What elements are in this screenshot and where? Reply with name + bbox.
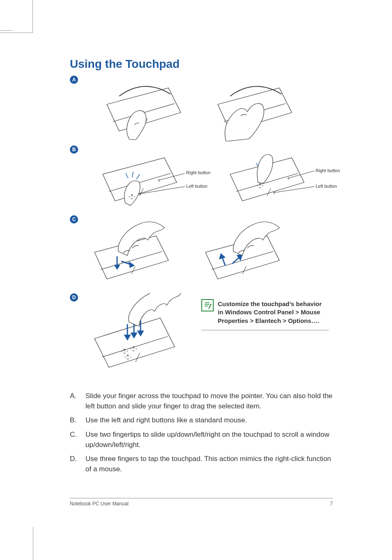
diagram-b-right [218, 145, 341, 207]
badge-a: A [70, 76, 78, 84]
badge-d: D [70, 293, 78, 302]
item-text: Use three fingers to tap the touchpad. T… [85, 454, 333, 474]
item-text: Use the left and right buttons like a st… [85, 415, 333, 426]
item-letter: C. [70, 430, 85, 450]
list-item: B.Use the left and right buttons like a … [70, 415, 333, 426]
item-letter: A. [70, 391, 85, 411]
footer-title: Notebook PC User Manual [70, 501, 129, 507]
item-text: Use two fingertips to slide up/down/left… [85, 430, 333, 450]
label-left-button: Left button [186, 184, 208, 189]
note-text: Customize the touchpad’s behavior in Win… [218, 300, 329, 325]
list-item: D.Use three fingers to tap the touchpad.… [70, 454, 333, 474]
item-text: Slide your finger across the touchpad to… [85, 391, 333, 411]
label-left-button-2: Left button [316, 184, 337, 189]
list-item: A.Slide your finger across the touchpad … [70, 391, 333, 411]
touchpad-diagrams: A [70, 76, 333, 380]
list-item: C.Use two fingertips to slide up/down/le… [70, 430, 333, 450]
item-letter: B. [70, 415, 85, 426]
label-right-button-2: Right button [316, 168, 340, 173]
note-icon [201, 299, 214, 311]
diagram-b-left [90, 145, 214, 207]
note-box: Customize the touchpad’s behavior in Win… [201, 297, 329, 330]
page-title: Using the Touchpad [70, 58, 333, 71]
page-footer: Notebook PC User Manual 7 [70, 498, 333, 507]
page-number: 7 [330, 501, 333, 507]
diagram-d [82, 293, 193, 376]
badge-b: B [70, 145, 78, 154]
diagram-a-right [201, 76, 296, 141]
item-letter: D. [70, 454, 85, 474]
badge-c: C [70, 215, 78, 224]
diagram-c-right [193, 215, 296, 285]
label-right-button: Right button [186, 170, 210, 175]
diagram-c-left [82, 215, 185, 285]
description-list: A.Slide your finger across the touchpad … [70, 391, 333, 474]
diagram-a-left [90, 76, 185, 141]
